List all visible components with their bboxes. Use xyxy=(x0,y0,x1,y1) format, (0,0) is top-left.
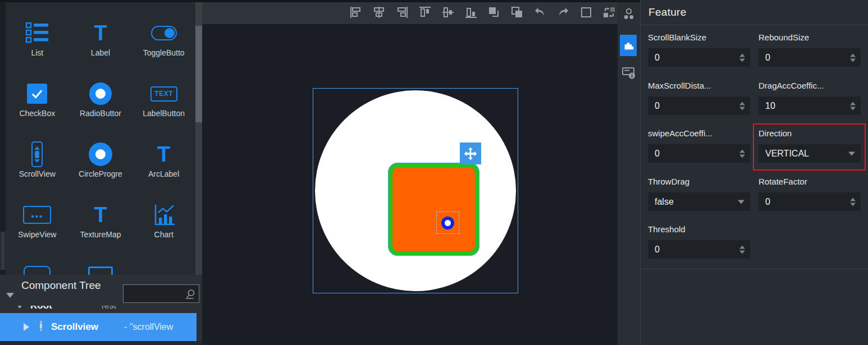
tree-row-root[interactable]: RootTest xyxy=(0,306,197,313)
palette-item-partial[interactable] xyxy=(69,255,133,275)
rotatefactor-stepper[interactable]: 0 xyxy=(759,192,861,211)
field-value: 0 xyxy=(655,96,660,115)
align-right-button[interactable] xyxy=(395,7,409,20)
align-middle-vertical-button[interactable] xyxy=(441,7,455,20)
radio-button-widget[interactable] xyxy=(441,217,454,229)
dragacccoeffic-stepper[interactable]: 10 xyxy=(759,96,861,115)
move-arrows-icon xyxy=(463,146,478,161)
tree-row-name: Scrollview xyxy=(51,321,98,333)
search-input[interactable] xyxy=(127,285,183,302)
drag-handle-icon[interactable] xyxy=(38,320,44,334)
palette-item-label: CheckBox xyxy=(19,109,55,118)
step-down-icon[interactable] xyxy=(739,154,745,158)
field-threshold: Threshold0 xyxy=(648,224,750,259)
palette-item-texturemap[interactable]: TTextureMap xyxy=(69,194,133,255)
align-center-horizontal-icon xyxy=(372,6,386,21)
palette-item-list[interactable]: List xyxy=(6,12,69,73)
tab-widget-info[interactable] xyxy=(622,66,636,80)
step-up-icon[interactable] xyxy=(739,149,745,153)
selection-box-button[interactable] xyxy=(579,7,593,20)
design-canvas[interactable] xyxy=(202,24,618,345)
scrollview-content[interactable] xyxy=(392,167,475,251)
palette-item-labelbutton[interactable]: TEXTLabelButton xyxy=(132,73,195,134)
collapse-caret-icon[interactable] xyxy=(16,306,24,309)
stepper-arrows[interactable] xyxy=(739,53,745,62)
maxscrolldista-stepper[interactable]: 0 xyxy=(648,96,750,115)
field-direction: DirectionVERTICAL xyxy=(759,128,861,163)
undo-button[interactable] xyxy=(533,7,547,20)
align-top-button[interactable] xyxy=(418,7,432,20)
palette-item-arclabel[interactable]: TArcLabel xyxy=(132,134,195,194)
tree-row-id: - "scrollView xyxy=(124,322,173,332)
stepper-arrows[interactable] xyxy=(850,53,856,62)
chevron-down-icon[interactable] xyxy=(738,200,744,204)
step-down-icon[interactable] xyxy=(850,58,856,62)
step-up-icon[interactable] xyxy=(739,102,745,105)
field-label: RotateFactor xyxy=(759,177,861,188)
align-bottom-button[interactable] xyxy=(464,7,478,20)
tree-title: Component Tree xyxy=(21,278,120,292)
field-value: 0 xyxy=(765,192,770,211)
bring-forward-button[interactable] xyxy=(487,7,501,20)
step-down-icon[interactable] xyxy=(739,58,745,62)
step-down-icon[interactable] xyxy=(739,250,745,254)
feature-panel: Feature ScrollBlankSize0ReboundSize0MaxS… xyxy=(640,0,868,345)
chart-icon xyxy=(152,202,176,228)
palette-item-togglebutto[interactable]: ToggleButto xyxy=(132,12,195,73)
palette-item-partial[interactable] xyxy=(6,255,69,275)
step-down-icon[interactable] xyxy=(739,107,745,110)
tree-row-scrollview[interactable]: Scrollview- "scrollView xyxy=(0,313,197,341)
palette-item-scrollview[interactable]: ScrollView xyxy=(6,134,69,194)
stepper-arrows[interactable] xyxy=(850,197,856,206)
field-value: VERTICAL xyxy=(765,144,809,163)
tree-bottom-strip xyxy=(0,341,202,345)
left-scrollbar-thumb[interactable] xyxy=(1,232,5,270)
transform-button[interactable] xyxy=(602,7,616,20)
send-backward-button[interactable] xyxy=(510,7,524,20)
throwdrag-dropdown[interactable]: false xyxy=(648,192,750,211)
stepper-arrows[interactable] xyxy=(739,245,745,254)
scrollview-widget[interactable] xyxy=(389,163,479,255)
step-up-icon[interactable] xyxy=(739,245,745,249)
palette-item-circleprogre[interactable]: CircleProgre xyxy=(69,134,133,194)
palette-item-chart[interactable]: Chart xyxy=(132,194,195,255)
step-up-icon[interactable] xyxy=(739,53,745,57)
step-down-icon[interactable] xyxy=(850,107,856,110)
palette-item-label: Chart xyxy=(154,230,173,239)
redo-icon xyxy=(556,6,570,21)
node-tree-icon[interactable] xyxy=(622,7,636,21)
align-center-horizontal-button[interactable] xyxy=(372,7,386,20)
partial-button-icon xyxy=(24,263,51,275)
field-swipeacccoeffi: swipeAccCoeffi...0 xyxy=(648,128,750,163)
swipeacccoeffi-stepper[interactable]: 0 xyxy=(648,144,750,163)
redo-button[interactable] xyxy=(556,7,570,20)
palette-item-checkbox[interactable]: CheckBox xyxy=(6,73,69,134)
step-up-icon[interactable] xyxy=(850,197,856,201)
step-down-icon[interactable] xyxy=(850,203,856,206)
palette-scrollbar[interactable] xyxy=(195,2,202,275)
scrollblanksize-stepper[interactable]: 0 xyxy=(648,48,750,67)
chevron-down-icon[interactable] xyxy=(848,151,855,155)
tree-collapse-caret[interactable] xyxy=(6,293,14,298)
palette-item-radiobuttor[interactable]: RadioButtor xyxy=(69,73,133,134)
tab-widgets[interactable] xyxy=(620,35,637,56)
step-up-icon[interactable] xyxy=(850,102,856,105)
expand-caret-icon[interactable] xyxy=(24,323,29,331)
palette-item-label[interactable]: TLabel xyxy=(69,12,133,73)
align-left-icon xyxy=(349,6,363,21)
threshold-stepper[interactable]: 0 xyxy=(648,240,750,259)
tree-row-name: Root xyxy=(30,306,52,311)
move-handle-button[interactable] xyxy=(460,142,481,164)
direction-dropdown[interactable]: VERTICAL xyxy=(759,144,861,163)
stepper-arrows[interactable] xyxy=(739,149,745,158)
palette-item-swipeview[interactable]: •••SwipeView xyxy=(6,194,69,255)
align-left-button[interactable] xyxy=(349,7,363,20)
palette-scrollbar-thumb[interactable] xyxy=(195,26,202,122)
tree-search-box[interactable] xyxy=(123,284,199,303)
field-value: 10 xyxy=(765,96,775,115)
stepper-arrows[interactable] xyxy=(739,102,745,110)
stepper-arrows[interactable] xyxy=(850,102,856,110)
reboundsize-stepper[interactable]: 0 xyxy=(759,48,861,67)
field-label: swipeAccCoeffi... xyxy=(648,128,750,140)
step-up-icon[interactable] xyxy=(850,53,856,57)
